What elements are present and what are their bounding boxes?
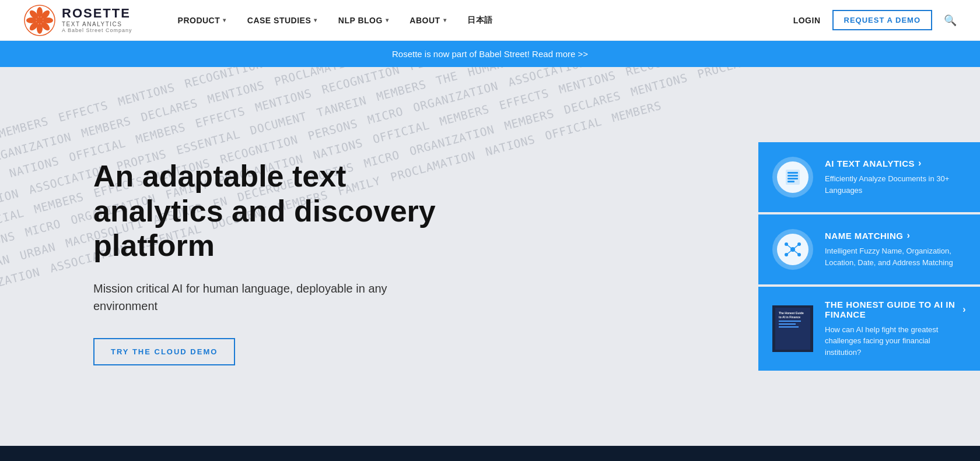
logo-sub: TEXT ANALYTICS bbox=[62, 21, 132, 27]
try-cloud-demo-button[interactable]: TRY THE CLOUD DEMO bbox=[93, 338, 235, 365]
ai-text-icon-wrap bbox=[772, 157, 813, 198]
logo-name: ROSETTE bbox=[62, 7, 132, 20]
product-chevron-icon: ▾ bbox=[223, 17, 226, 23]
nav-right: LOGIN REQUEST A DEMO 🔍 bbox=[793, 10, 957, 30]
logo[interactable]: ROSETTE TEXT ANALYTICS A Babel Street Co… bbox=[23, 4, 132, 37]
finance-guide-arrow-icon: › bbox=[963, 304, 966, 315]
name-matching-card-text: NAME MATCHING › Intelligent Fuzzy Name, … bbox=[825, 230, 966, 268]
finance-guide-card[interactable]: The Honest Guide to AI in Finance THE HO… bbox=[758, 287, 980, 371]
nav-case-studies[interactable]: CASE STUDIES ▾ bbox=[237, 0, 328, 41]
logo-icon bbox=[23, 4, 56, 37]
name-matching-arrow-icon: › bbox=[907, 230, 911, 241]
login-link[interactable]: LOGIN bbox=[793, 16, 821, 25]
finance-guide-card-desc: How can AI help fight the greatest chall… bbox=[825, 324, 966, 358]
hero-cards: AI TEXT ANALYTICS › Efficiently Analyze … bbox=[758, 67, 980, 446]
navbar: ROSETTE TEXT ANALYTICS A Babel Street Co… bbox=[0, 0, 980, 41]
name-matching-card-title: NAME MATCHING › bbox=[825, 230, 966, 241]
svg-line-23 bbox=[793, 249, 799, 255]
announcement-banner[interactable]: Rosette is now part of Babel Street! Rea… bbox=[0, 41, 980, 67]
nav-product[interactable]: PRODUCT ▾ bbox=[167, 0, 237, 41]
hero-content: An adaptable text analytics and discover… bbox=[0, 67, 758, 446]
nav-links: PRODUCT ▾ CASE STUDIES ▾ NLP BLOG ▾ ABOU… bbox=[167, 0, 793, 41]
nav-nlp-blog[interactable]: NLP BLOG ▾ bbox=[328, 0, 400, 41]
svg-rect-10 bbox=[786, 170, 800, 185]
case-studies-chevron-icon: ▾ bbox=[314, 17, 317, 23]
ai-text-card-desc: Efficiently Analyze Documents in 30+ Lan… bbox=[825, 173, 966, 196]
svg-rect-12 bbox=[788, 175, 798, 177]
hero-subtitle: Mission critical AI for human language, … bbox=[93, 280, 397, 315]
nav-japanese[interactable]: 日本語 bbox=[457, 0, 503, 41]
name-matching-icon bbox=[777, 234, 808, 265]
name-matching-card[interactable]: NAME MATCHING › Intelligent Fuzzy Name, … bbox=[758, 214, 980, 284]
svg-line-21 bbox=[793, 244, 799, 249]
ai-text-card-title: AI TEXT ANALYTICS › bbox=[825, 158, 966, 168]
ai-text-card-text: AI TEXT ANALYTICS › Efficiently Analyze … bbox=[825, 158, 966, 196]
svg-rect-13 bbox=[788, 178, 798, 180]
hero-section: FAMILY PROCLAMATION NATIONS OFFICIAL MEM… bbox=[0, 67, 980, 446]
finance-book-thumbnail: The Honest Guide to AI in Finance bbox=[772, 305, 813, 352]
request-demo-button[interactable]: REQUEST A DEMO bbox=[832, 10, 933, 30]
ai-text-arrow-icon: › bbox=[918, 158, 922, 168]
footer-bar bbox=[0, 446, 980, 461]
about-chevron-icon: ▾ bbox=[443, 17, 447, 23]
name-matching-icon-wrap bbox=[772, 229, 813, 270]
search-icon[interactable]: 🔍 bbox=[944, 14, 957, 27]
svg-line-22 bbox=[786, 249, 793, 255]
svg-line-20 bbox=[786, 244, 793, 249]
finance-guide-card-title: THE HONEST GUIDE TO AI IN FINANCE › bbox=[825, 300, 966, 319]
nlp-blog-chevron-icon: ▾ bbox=[386, 17, 389, 23]
svg-rect-14 bbox=[788, 181, 794, 182]
nav-about[interactable]: ABOUT ▾ bbox=[399, 0, 457, 41]
svg-point-9 bbox=[36, 17, 43, 24]
ai-text-icon bbox=[777, 161, 808, 193]
document-lines-icon bbox=[782, 167, 803, 188]
logo-babel: A Babel Street Company bbox=[62, 27, 132, 33]
network-icon bbox=[782, 238, 804, 261]
hero-title: An adaptable text analytics and discover… bbox=[93, 159, 455, 263]
ai-text-analytics-card[interactable]: AI TEXT ANALYTICS › Efficiently Analyze … bbox=[758, 142, 980, 212]
svg-rect-11 bbox=[788, 172, 798, 174]
name-matching-card-desc: Intelligent Fuzzy Name, Organization, Lo… bbox=[825, 245, 966, 268]
finance-guide-card-text: THE HONEST GUIDE TO AI IN FINANCE › How … bbox=[825, 300, 966, 358]
